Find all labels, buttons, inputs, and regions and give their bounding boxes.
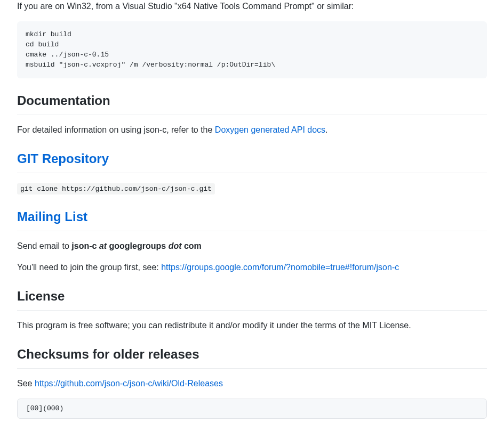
license-heading: License [17, 287, 487, 311]
mailinglist-join-link[interactable]: https://groups.google.com/forum/?nomobil… [161, 263, 399, 272]
mailinglist-i1: at [99, 241, 107, 250]
documentation-text-prefix: For detailed information on using json-c… [17, 125, 215, 134]
git-heading[interactable]: GIT Repository [17, 149, 487, 173]
checksums-paragraph: See https://github.com/json-c/json-c/wik… [17, 377, 487, 390]
build-code-block: mkdir build cd build cmake ../json-c-0.1… [17, 21, 487, 78]
git-clone-code: git clone https://github.com/json-c/json… [17, 183, 215, 194]
mailinglist-join-prefix: You'll need to join the group first, see… [17, 263, 161, 272]
checksums-link[interactable]: https://github.com/json-c/json-c/wiki/Ol… [35, 379, 223, 388]
documentation-heading: Documentation [17, 91, 487, 115]
mailinglist-i2: dot [169, 241, 182, 250]
doxygen-link[interactable]: Doxygen generated API docs [215, 125, 325, 134]
documentation-paragraph: For detailed information on using json-c… [17, 124, 487, 136]
checksums-heading: Checksums for older releases [17, 345, 487, 369]
mailinglist-join-paragraph: You'll need to join the group first, see… [17, 261, 487, 274]
checksums-text-prefix: See [17, 379, 35, 388]
intro-paragraph: If you are on Win32, from a Visual Studi… [17, 0, 487, 13]
mailinglist-text-prefix: Send email to [17, 241, 71, 250]
mailinglist-b1: json-c [71, 241, 99, 250]
git-clone-paragraph: git clone https://github.com/json-c/json… [17, 182, 487, 194]
documentation-text-suffix: . [325, 125, 327, 134]
mailinglist-b2: googlegroups [107, 241, 169, 250]
license-paragraph: This program is free software; you can r… [17, 319, 487, 332]
mailinglist-b3: com [182, 241, 202, 250]
bottom-code-block: [00](000) [17, 399, 487, 419]
mailinglist-email-paragraph: Send email to json-c at googlegroups dot… [17, 240, 487, 253]
mailinglist-heading[interactable]: Mailing List [17, 207, 487, 231]
